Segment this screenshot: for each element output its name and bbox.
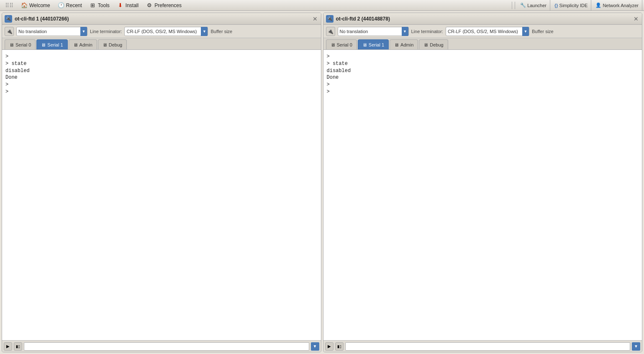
install-menu[interactable]: ⬇ Install — [114, 1, 142, 10]
panel1-chevron-btn[interactable]: ▶ — [4, 342, 12, 351]
panel2-icon-glyph: 🔌 — [327, 16, 332, 21]
grip-handle: ⠿⠿ — [2, 1, 17, 10]
panel2-tabs-row: 🖥 Serial 0 🖥 Serial 1 🖥 Admin 🖥 Debug — [323, 38, 642, 50]
separator-2 — [515, 2, 515, 9]
panel2-command-input[interactable] — [345, 342, 631, 351]
panel2-tab-admin[interactable]: 🖥 Admin — [390, 39, 418, 49]
panel2-tab-serial0-label: Serial 0 — [337, 42, 352, 47]
panel1-translation-select[interactable]: No translation ▼ — [16, 27, 87, 36]
panel2-input-row: ▶ ▮▯ ▼ — [323, 340, 642, 352]
panel1-toolbar: 🔌 No translation ▼ Line terminator: CR-L… — [2, 25, 321, 38]
preferences-label: Preferences — [154, 3, 182, 8]
panel1-line-term-arrow: ▼ — [201, 27, 208, 36]
preferences-icon: ⚙ — [146, 2, 153, 9]
terminal-line: disabled — [327, 67, 639, 75]
panels-container: 🔌 ot-cli-ftd 1 (440107266) ✕ 🔌 No transl… — [0, 11, 644, 354]
panel1-tab-admin-label: Admin — [80, 42, 92, 47]
panel2-tab-serial0[interactable]: 🖥 Serial 0 — [326, 39, 357, 49]
panel2-tab-debug[interactable]: 🖥 Debug — [419, 39, 448, 49]
panel1-tab-debug-label: Debug — [109, 42, 122, 47]
panel1-translation-arrow: ▼ — [80, 27, 87, 36]
terminal-line: disabled — [5, 67, 318, 75]
panel1-line-term-label: Line terminator: — [90, 29, 122, 34]
panel2-close-button[interactable]: ✕ — [633, 16, 639, 22]
panel1-tab-debug[interactable]: 🖥 Debug — [98, 39, 127, 49]
panel2-send-icon: ▼ — [634, 344, 638, 349]
panel1-chevron-icon: ▶ — [6, 344, 10, 349]
menubar-right: 🔧 Launcher {} Simplicity IDE 👤 Network A… — [511, 0, 642, 11]
panel2-device-icon-btn[interactable]: 🔌 — [326, 27, 335, 36]
launcher-tab[interactable]: 🔧 Launcher — [517, 0, 550, 11]
panel2-chevron-btn[interactable]: ▶ — [325, 342, 334, 351]
panel1-send-icon: ▼ — [313, 344, 317, 349]
terminal-line: > — [327, 53, 639, 60]
panel1-send-btn[interactable]: ▼ — [311, 342, 319, 351]
panel1-device-icon: 🔌 — [6, 28, 13, 34]
simplicity-ide-tab[interactable]: {} Simplicity IDE — [551, 0, 591, 11]
separator-1 — [512, 2, 512, 9]
panel2-tab-admin-label: Admin — [400, 42, 413, 47]
panel2-tab-admin-icon: 🖥 — [394, 42, 399, 47]
panel1-tab-serial0-label: Serial 0 — [15, 42, 31, 47]
panel2-line-term-select[interactable]: CR-LF (DOS, OS/2, MS Windows) ▼ — [446, 27, 529, 36]
panel2-tab-serial1-icon: 🖥 — [362, 42, 367, 47]
terminal-line: Done — [5, 74, 318, 81]
panel2-terminal[interactable]: >> statedisabledDone>> — [323, 50, 642, 340]
panel1-icon-glyph: 🔌 — [6, 16, 11, 21]
panel2-titlebar: 🔌 ot-cli-ftd 2 (440148878) ✕ — [323, 13, 642, 25]
panel1-device-icon-btn[interactable]: 🔌 — [5, 27, 14, 36]
install-icon: ⬇ — [117, 2, 124, 9]
panel1-close-button[interactable]: ✕ — [312, 16, 318, 22]
panel1-command-input[interactable] — [24, 342, 309, 351]
panel2-tab-serial1[interactable]: 🖥 Serial 1 — [358, 39, 389, 49]
panel2-translation-arrow: ▼ — [402, 27, 408, 36]
panel1-tabs-row: 🖥 Serial 0 🖥 Serial 1 🖥 Admin 🖥 Debug — [2, 38, 321, 50]
network-analyzer-tab[interactable]: 👤 Network Analyzer — [592, 0, 642, 11]
recent-label: Recent — [66, 3, 82, 8]
panel1-buffer-size-label: Buffer size — [210, 29, 232, 34]
panel1-tab-admin[interactable]: 🖥 Admin — [69, 39, 97, 49]
panel1-tab-serial0[interactable]: 🖥 Serial 0 — [5, 39, 36, 49]
panel2-tab-debug-label: Debug — [430, 42, 443, 47]
tools-menu[interactable]: ⊞ Tools — [86, 1, 113, 10]
panel2-line-term-label: Line terminator: — [411, 29, 443, 34]
panel1-terminal[interactable]: >> statedisabledDone>> — [2, 50, 321, 340]
terminal-line: > — [327, 88, 639, 96]
recent-icon: 🕐 — [58, 2, 64, 9]
panel1-icon: 🔌 — [5, 15, 12, 23]
panel2-device-icon: 🔌 — [327, 28, 334, 34]
install-label: Install — [126, 3, 139, 8]
welcome-label: Welcome — [29, 3, 50, 8]
launcher-icon: 🔧 — [520, 3, 526, 8]
panel2-terminal-icon: ▮▯ — [337, 344, 341, 349]
panel1-title: ot-cli-ftd 1 (440107266) — [15, 16, 309, 22]
panel1-terminal-icon: ▮▯ — [16, 344, 20, 349]
panel1-tab-serial1-icon: 🖥 — [41, 42, 46, 47]
terminal-line: > — [5, 81, 318, 88]
panel2-line-term-arrow: ▼ — [522, 27, 529, 36]
preferences-menu[interactable]: ⚙ Preferences — [143, 1, 185, 10]
home-icon: 🏠 — [21, 2, 28, 9]
panel2-translation-select[interactable]: No translation ▼ — [338, 27, 409, 36]
panel1-tab-serial1-label: Serial 1 — [47, 42, 63, 47]
panel1-tab-debug-icon: 🖥 — [103, 42, 107, 47]
tools-icon: ⊞ — [90, 2, 96, 9]
tools-label: Tools — [98, 3, 110, 8]
panel2-send-btn[interactable]: ▼ — [632, 342, 640, 351]
recent-menu[interactable]: 🕐 Recent — [54, 1, 85, 10]
welcome-menu[interactable]: 🏠 Welcome — [18, 1, 54, 10]
terminal-line: > — [5, 88, 318, 96]
panel1-tab-admin-icon: 🖥 — [73, 42, 78, 47]
panel2-title: ot-cli-ftd 2 (440148878) — [336, 16, 631, 22]
menubar-left: ⠿⠿ 🏠 Welcome 🕐 Recent ⊞ Tools ⬇ Install … — [2, 1, 511, 10]
panel1-tab-serial1[interactable]: 🖥 Serial 1 — [36, 39, 67, 49]
panel1-terminal-btn[interactable]: ▮▯ — [14, 342, 22, 351]
panel2-terminal-btn[interactable]: ▮▯ — [335, 342, 344, 351]
panel1-line-term-select[interactable]: CR-LF (DOS, OS/2, MS Windows) ▼ — [124, 27, 208, 36]
panel2-tab-serial1-label: Serial 1 — [369, 42, 384, 47]
main-area: 🔌 ot-cli-ftd 1 (440107266) ✕ 🔌 No transl… — [0, 11, 644, 354]
panel1-titlebar: 🔌 ot-cli-ftd 1 (440107266) ✕ — [2, 13, 321, 25]
panel1-tab-serial0-icon: 🖥 — [9, 42, 14, 47]
terminal-line: > state — [327, 60, 639, 67]
network-analyzer-label: Network Analyzer — [603, 3, 639, 8]
